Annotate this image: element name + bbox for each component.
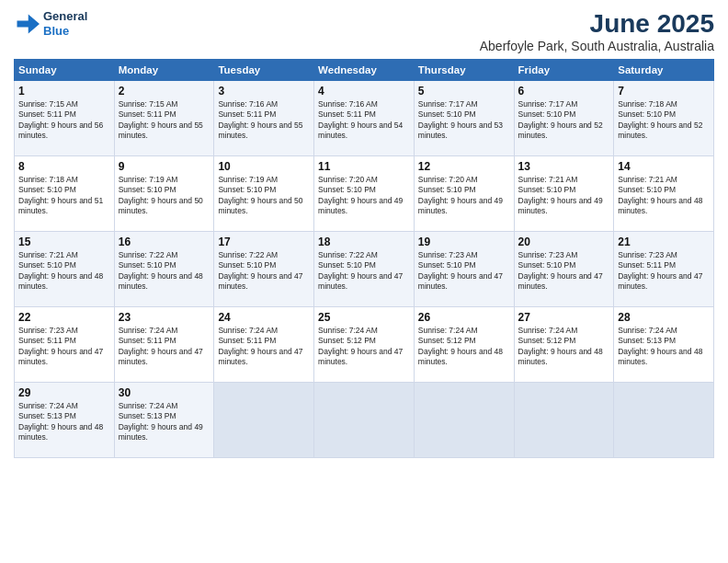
- day-number: 16: [119, 236, 210, 248]
- day-number: 30: [119, 386, 210, 399]
- header-row: SundayMondayTuesdayWednesdayThursdayFrid…: [15, 60, 714, 81]
- day-number: 4: [318, 85, 410, 98]
- day-info: Sunrise: 7:21 AM Sunset: 5:10 PM Dayligh…: [18, 250, 110, 293]
- day-number: 28: [618, 311, 710, 324]
- day-info: Sunrise: 7:17 AM Sunset: 5:10 PM Dayligh…: [418, 99, 510, 142]
- day-number: 1: [18, 85, 110, 98]
- calendar-cell: 23Sunrise: 7:24 AM Sunset: 5:11 PM Dayli…: [114, 307, 214, 383]
- page: General Blue June 2025 Aberfoyle Park, S…: [0, 0, 728, 563]
- day-info: Sunrise: 7:22 AM Sunset: 5:10 PM Dayligh…: [119, 250, 210, 293]
- calendar-cell: 10Sunrise: 7:19 AM Sunset: 5:10 PM Dayli…: [214, 156, 314, 232]
- day-info: Sunrise: 7:16 AM Sunset: 5:11 PM Dayligh…: [318, 99, 410, 142]
- day-info: Sunrise: 7:23 AM Sunset: 5:10 PM Dayligh…: [518, 250, 610, 293]
- day-number: 26: [418, 311, 510, 324]
- day-info: Sunrise: 7:21 AM Sunset: 5:10 PM Dayligh…: [518, 175, 610, 217]
- day-info: Sunrise: 7:16 AM Sunset: 5:11 PM Dayligh…: [218, 99, 310, 142]
- calendar-cell: 22Sunrise: 7:23 AM Sunset: 5:11 PM Dayli…: [15, 307, 115, 383]
- day-info: Sunrise: 7:24 AM Sunset: 5:13 PM Dayligh…: [618, 326, 710, 368]
- header-cell-sunday: Sunday: [15, 60, 115, 81]
- logo-icon: [14, 11, 40, 37]
- calendar-cell: [314, 383, 415, 458]
- calendar-cell: 13Sunrise: 7:21 AM Sunset: 5:10 PM Dayli…: [514, 156, 614, 232]
- calendar-cell: 14Sunrise: 7:21 AM Sunset: 5:10 PM Dayli…: [614, 156, 714, 232]
- day-info: Sunrise: 7:24 AM Sunset: 5:13 PM Dayligh…: [18, 401, 110, 443]
- calendar-cell: 21Sunrise: 7:23 AM Sunset: 5:11 PM Dayli…: [614, 232, 714, 307]
- calendar-cell: 27Sunrise: 7:24 AM Sunset: 5:12 PM Dayli…: [514, 307, 614, 383]
- calendar-cell: 6Sunrise: 7:17 AM Sunset: 5:10 PM Daylig…: [514, 81, 614, 156]
- logo: General Blue: [14, 9, 87, 38]
- calendar-cell: 9Sunrise: 7:19 AM Sunset: 5:10 PM Daylig…: [114, 156, 214, 232]
- week-row-2: 8Sunrise: 7:18 AM Sunset: 5:10 PM Daylig…: [15, 156, 714, 232]
- header: General Blue June 2025 Aberfoyle Park, S…: [14, 9, 714, 53]
- day-number: 5: [418, 85, 510, 98]
- week-row-1: 1Sunrise: 7:15 AM Sunset: 5:11 PM Daylig…: [15, 81, 714, 156]
- day-info: Sunrise: 7:24 AM Sunset: 5:12 PM Dayligh…: [518, 326, 610, 368]
- calendar-cell: 18Sunrise: 7:22 AM Sunset: 5:10 PM Dayli…: [314, 232, 415, 307]
- day-info: Sunrise: 7:23 AM Sunset: 5:10 PM Dayligh…: [418, 250, 510, 293]
- calendar-cell: 12Sunrise: 7:20 AM Sunset: 5:10 PM Dayli…: [414, 156, 514, 232]
- calendar-cell: 17Sunrise: 7:22 AM Sunset: 5:10 PM Dayli…: [214, 232, 314, 307]
- day-number: 19: [418, 236, 510, 248]
- day-number: 21: [618, 236, 710, 248]
- day-number: 22: [18, 311, 110, 324]
- week-row-3: 15Sunrise: 7:21 AM Sunset: 5:10 PM Dayli…: [15, 232, 714, 307]
- day-number: 24: [218, 311, 310, 324]
- day-info: Sunrise: 7:17 AM Sunset: 5:10 PM Dayligh…: [518, 99, 610, 142]
- day-number: 8: [18, 160, 110, 173]
- title-block: June 2025 Aberfoyle Park, South Australi…: [480, 9, 714, 53]
- day-info: Sunrise: 7:20 AM Sunset: 5:10 PM Dayligh…: [318, 175, 410, 217]
- day-info: Sunrise: 7:23 AM Sunset: 5:11 PM Dayligh…: [618, 250, 710, 293]
- day-number: 15: [18, 236, 110, 248]
- day-info: Sunrise: 7:23 AM Sunset: 5:11 PM Dayligh…: [18, 326, 110, 368]
- calendar-cell: 2Sunrise: 7:15 AM Sunset: 5:11 PM Daylig…: [114, 81, 214, 156]
- day-info: Sunrise: 7:15 AM Sunset: 5:11 PM Dayligh…: [18, 99, 110, 142]
- day-number: 14: [618, 160, 710, 173]
- day-number: 29: [18, 386, 110, 399]
- calendar-cell: 3Sunrise: 7:16 AM Sunset: 5:11 PM Daylig…: [214, 81, 314, 156]
- calendar-cell: 4Sunrise: 7:16 AM Sunset: 5:11 PM Daylig…: [314, 81, 415, 156]
- calendar-cell: 16Sunrise: 7:22 AM Sunset: 5:10 PM Dayli…: [114, 232, 214, 307]
- day-number: 13: [518, 160, 610, 173]
- calendar-cell: [514, 383, 614, 458]
- header-cell-friday: Friday: [514, 60, 614, 81]
- day-number: 23: [119, 311, 210, 324]
- day-info: Sunrise: 7:24 AM Sunset: 5:12 PM Dayligh…: [418, 326, 510, 368]
- calendar-cell: 24Sunrise: 7:24 AM Sunset: 5:11 PM Dayli…: [214, 307, 314, 383]
- logo-line1: General: [43, 9, 87, 24]
- calendar-cell: 29Sunrise: 7:24 AM Sunset: 5:13 PM Dayli…: [15, 383, 115, 458]
- header-cell-saturday: Saturday: [614, 60, 714, 81]
- day-info: Sunrise: 7:24 AM Sunset: 5:12 PM Dayligh…: [318, 326, 410, 368]
- calendar-cell: 1Sunrise: 7:15 AM Sunset: 5:11 PM Daylig…: [15, 81, 115, 156]
- month-title: June 2025: [480, 9, 714, 39]
- day-info: Sunrise: 7:22 AM Sunset: 5:10 PM Dayligh…: [218, 250, 310, 293]
- calendar-cell: 25Sunrise: 7:24 AM Sunset: 5:12 PM Dayli…: [314, 307, 415, 383]
- calendar-cell: 11Sunrise: 7:20 AM Sunset: 5:10 PM Dayli…: [314, 156, 415, 232]
- week-row-5: 29Sunrise: 7:24 AM Sunset: 5:13 PM Dayli…: [15, 383, 714, 458]
- header-cell-thursday: Thursday: [414, 60, 514, 81]
- day-info: Sunrise: 7:15 AM Sunset: 5:11 PM Dayligh…: [119, 99, 210, 142]
- day-info: Sunrise: 7:20 AM Sunset: 5:10 PM Dayligh…: [418, 175, 510, 217]
- day-number: 3: [218, 85, 310, 98]
- day-number: 7: [618, 85, 710, 98]
- header-cell-tuesday: Tuesday: [214, 60, 314, 81]
- day-info: Sunrise: 7:18 AM Sunset: 5:10 PM Dayligh…: [18, 175, 110, 217]
- location-title: Aberfoyle Park, South Australia, Austral…: [480, 39, 714, 53]
- day-info: Sunrise: 7:19 AM Sunset: 5:10 PM Dayligh…: [218, 175, 310, 217]
- day-number: 10: [218, 160, 310, 173]
- day-info: Sunrise: 7:19 AM Sunset: 5:10 PM Dayligh…: [119, 175, 210, 217]
- calendar-cell: 7Sunrise: 7:18 AM Sunset: 5:10 PM Daylig…: [614, 81, 714, 156]
- day-number: 17: [218, 236, 310, 248]
- day-number: 18: [318, 236, 410, 248]
- calendar-cell: 26Sunrise: 7:24 AM Sunset: 5:12 PM Dayli…: [414, 307, 514, 383]
- day-info: Sunrise: 7:22 AM Sunset: 5:10 PM Dayligh…: [318, 250, 410, 293]
- calendar-cell: 20Sunrise: 7:23 AM Sunset: 5:10 PM Dayli…: [514, 232, 614, 307]
- day-number: 11: [318, 160, 410, 173]
- logo-line2: Blue: [43, 24, 87, 39]
- calendar-cell: 15Sunrise: 7:21 AM Sunset: 5:10 PM Dayli…: [15, 232, 115, 307]
- calendar-cell: 28Sunrise: 7:24 AM Sunset: 5:13 PM Dayli…: [614, 307, 714, 383]
- day-info: Sunrise: 7:21 AM Sunset: 5:10 PM Dayligh…: [618, 175, 710, 217]
- day-number: 27: [518, 311, 610, 324]
- calendar-cell: 8Sunrise: 7:18 AM Sunset: 5:10 PM Daylig…: [15, 156, 115, 232]
- calendar-table: SundayMondayTuesdayWednesdayThursdayFrid…: [14, 59, 714, 458]
- calendar-cell: 19Sunrise: 7:23 AM Sunset: 5:10 PM Dayli…: [414, 232, 514, 307]
